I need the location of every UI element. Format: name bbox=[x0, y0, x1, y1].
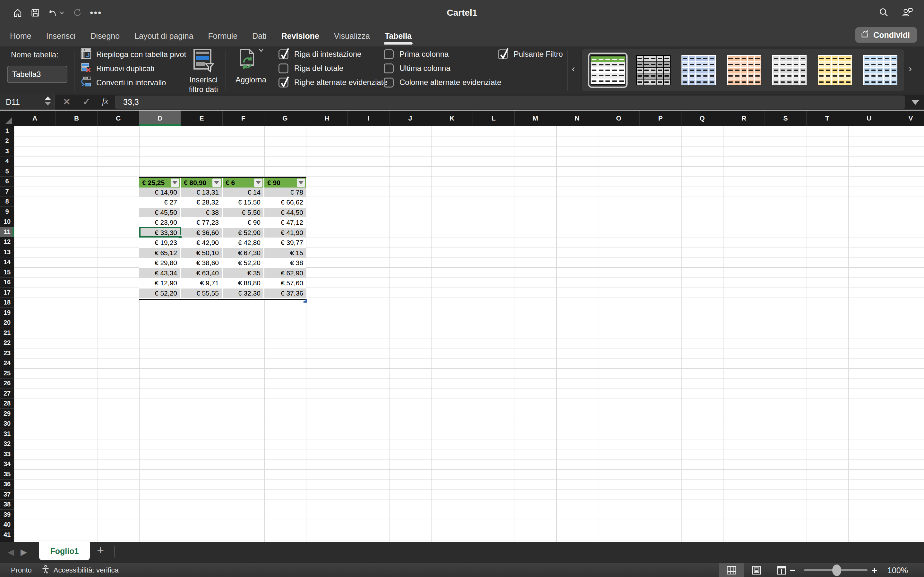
cancel-icon[interactable]: ✕ bbox=[63, 97, 70, 107]
table-cell[interactable]: € 66,62 bbox=[264, 198, 306, 208]
row-header-4[interactable]: 4 bbox=[0, 156, 14, 167]
table-cell[interactable]: € 23,90 bbox=[139, 218, 181, 228]
row-header-40[interactable]: 40 bbox=[0, 520, 14, 530]
table-cell[interactable]: € 42,90 bbox=[181, 238, 223, 248]
row-header-16[interactable]: 16 bbox=[0, 277, 14, 288]
share-button[interactable]: Condividi bbox=[855, 27, 917, 43]
table-cell[interactable]: € 14,90 bbox=[139, 187, 181, 198]
table-cell[interactable]: € 38,60 bbox=[181, 258, 223, 269]
column-header-O[interactable]: O bbox=[598, 111, 640, 126]
prev-sheet-icon[interactable]: ◀ bbox=[8, 547, 14, 557]
tab-inserisci[interactable]: Inserisci bbox=[39, 26, 83, 47]
row-header-31[interactable]: 31 bbox=[0, 429, 14, 439]
row-header-30[interactable]: 30 bbox=[0, 419, 14, 429]
row-header-41[interactable]: 41 bbox=[0, 530, 14, 540]
column-header-A[interactable]: A bbox=[14, 111, 56, 126]
select-all-corner[interactable] bbox=[0, 111, 14, 126]
filter-dropdown-icon[interactable] bbox=[254, 179, 262, 187]
row-header-20[interactable]: 20 bbox=[0, 318, 14, 328]
fill-handle[interactable] bbox=[179, 235, 182, 239]
table-cell[interactable]: € 77,23 bbox=[181, 218, 223, 228]
checkbox-colonne-alternate-evidenziate[interactable]: Colonne alternate evidenziate bbox=[384, 76, 501, 89]
table-cell[interactable]: € 88,80 bbox=[223, 279, 264, 289]
column-header-V[interactable]: V bbox=[890, 111, 924, 126]
table-cell[interactable]: € 36,60 bbox=[181, 228, 223, 238]
table-cell[interactable]: € 37,36 bbox=[264, 288, 306, 299]
table-style-5[interactable] bbox=[772, 55, 806, 85]
table-cell[interactable]: € 50,10 bbox=[181, 248, 223, 258]
table-cell[interactable]: € 14 bbox=[223, 187, 264, 198]
table-cell[interactable]: € 9,71 bbox=[181, 279, 223, 289]
checkbox-prima-colonna[interactable]: Prima colonna bbox=[384, 48, 449, 61]
row-header-35[interactable]: 35 bbox=[0, 469, 14, 480]
row-header-6[interactable]: 6 bbox=[0, 177, 14, 187]
tab-tabella[interactable]: Tabella bbox=[377, 26, 419, 47]
column-header-K[interactable]: K bbox=[431, 111, 473, 126]
table-cell[interactable]: € 41,90 bbox=[264, 228, 306, 238]
column-header-B[interactable]: B bbox=[56, 111, 97, 126]
search-icon[interactable] bbox=[879, 7, 889, 19]
insert-slicer-button[interactable]: Inserisci filtro dati bbox=[185, 48, 222, 94]
column-header-I[interactable]: I bbox=[348, 111, 389, 126]
checkbox-riga-di-intestazione[interactable]: Riga di intestazione bbox=[278, 48, 361, 61]
summarize-pivot-button[interactable]: Riepiloga con tabella pivot bbox=[80, 48, 186, 61]
tab-disegno[interactable]: Disegno bbox=[83, 26, 127, 47]
row-header-2[interactable]: 2 bbox=[0, 136, 14, 147]
row-header-13[interactable]: 13 bbox=[0, 247, 14, 258]
accessibility-icon[interactable] bbox=[41, 564, 50, 576]
zoom-slider-thumb[interactable] bbox=[832, 564, 841, 576]
row-header-17[interactable]: 17 bbox=[0, 287, 14, 298]
checkbox-righe-alternate-evidenziate[interactable]: Righe alternate evidenziate bbox=[278, 76, 388, 89]
table-name-input[interactable] bbox=[7, 66, 67, 83]
row-header-15[interactable]: 15 bbox=[0, 268, 14, 277]
row-header-39[interactable]: 39 bbox=[0, 510, 14, 520]
tab-layout-di-pagina[interactable]: Layout di pagina bbox=[127, 26, 200, 47]
row-header-12[interactable]: 12 bbox=[0, 237, 14, 247]
tab-home[interactable]: Home bbox=[3, 26, 39, 47]
formula-bar-expand-icon[interactable] bbox=[911, 100, 919, 105]
tab-revisione[interactable]: Revisione bbox=[274, 26, 326, 47]
name-box-spinner[interactable] bbox=[44, 96, 51, 106]
table-cell[interactable]: € 27 bbox=[139, 198, 181, 208]
column-header-F[interactable]: F bbox=[223, 111, 264, 126]
row-header-36[interactable]: 36 bbox=[0, 480, 14, 490]
table-cell[interactable]: € 47,12 bbox=[264, 218, 306, 228]
row-header-18[interactable]: 18 bbox=[0, 298, 14, 308]
table-cell[interactable]: € 38 bbox=[181, 208, 223, 218]
table-cell[interactable]: € 19,23 bbox=[139, 238, 181, 248]
table-cell[interactable]: € 43,34 bbox=[139, 268, 181, 279]
table-cell[interactable]: € 35 bbox=[223, 268, 264, 279]
grid[interactable]: € 25,25€ 80,90€ 6€ 90€ 14,90€ 13,31€ 14€… bbox=[14, 126, 924, 542]
table-cell[interactable]: € 15,50 bbox=[223, 198, 264, 208]
column-header-P[interactable]: P bbox=[640, 111, 682, 126]
checkbox-pulsante-filtro[interactable]: Pulsante Filtro bbox=[498, 48, 563, 61]
table-cell[interactable]: € 12,90 bbox=[139, 279, 181, 289]
table-cell[interactable]: € 65,12 bbox=[139, 248, 181, 258]
table-cell[interactable]: € 32,30 bbox=[223, 288, 264, 299]
row-header-27[interactable]: 27 bbox=[0, 388, 14, 399]
zoom-slider[interactable] bbox=[804, 569, 867, 571]
remove-duplicates-button[interactable]: Rimuovi duplicati bbox=[80, 62, 154, 75]
row-header-24[interactable]: 24 bbox=[0, 358, 14, 369]
column-header-E[interactable]: E bbox=[181, 111, 223, 126]
column-header-Q[interactable]: Q bbox=[682, 111, 723, 126]
table-cell[interactable]: € 63,40 bbox=[181, 268, 223, 279]
table-cell[interactable]: € 45,50 bbox=[139, 208, 181, 218]
table-cell[interactable]: € 52,20 bbox=[139, 288, 181, 299]
row-header-5[interactable]: 5 bbox=[0, 166, 14, 177]
formula-input[interactable]: 33,3 bbox=[115, 95, 905, 109]
table-cell[interactable]: € 42,80 bbox=[223, 238, 264, 248]
table-cell[interactable]: € 28,32 bbox=[181, 198, 223, 208]
normal-view-button[interactable] bbox=[719, 563, 744, 577]
column-header-R[interactable]: R bbox=[723, 111, 765, 126]
zoom-out-icon[interactable]: − bbox=[790, 565, 796, 576]
table-cell[interactable]: € 52,20 bbox=[223, 258, 264, 269]
table-cell[interactable]: € 29,80 bbox=[139, 258, 181, 269]
filter-dropdown-icon[interactable] bbox=[171, 179, 179, 187]
table-style-3[interactable] bbox=[682, 55, 716, 85]
row-header-3[interactable]: 3 bbox=[0, 146, 14, 156]
refresh-dropdown-icon[interactable] bbox=[258, 48, 264, 52]
tab-visualizza[interactable]: Visualizza bbox=[326, 26, 377, 47]
table-style-4[interactable] bbox=[727, 55, 761, 85]
insert-function-icon[interactable]: fx bbox=[102, 96, 108, 106]
